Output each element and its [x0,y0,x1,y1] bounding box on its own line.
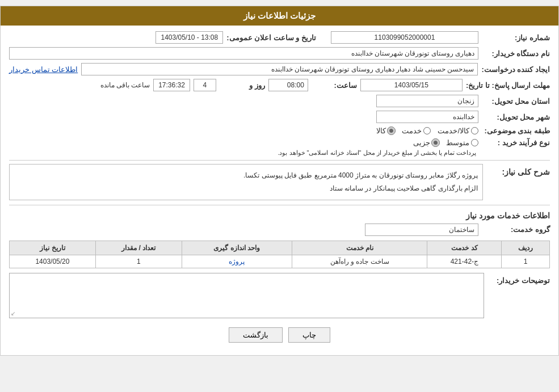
description-text: پروژه رگلاژ معابر روستای تونورقان به متر… [14,169,478,195]
announcement-datetime-value: 1403/05/10 - 13:08 [155,31,223,44]
page-title: جزئیات اطلاعات نیاز [1,6,558,26]
province-label: استان محل تحویل: [482,97,550,106]
province-value: زنجان [376,95,478,107]
deadline-time-label: ساعت: [312,81,357,90]
deadline-days: 4 [194,79,216,91]
process-option-motavaset[interactable]: متوسط [446,138,478,147]
buyer-desc-value[interactable]: ↙ [9,273,484,318]
buyer-org-value: دهیاری روستای تونورقان شهرستان خداابنده [9,47,478,60]
category-radio-kala-khedmat [471,127,478,134]
need-number-label: شماره نیاز: [482,33,550,42]
process-options: متوسط جزیی [278,138,478,147]
table-header-row: ردیف [502,241,550,255]
button-row: چاپ بازگشت [9,327,550,343]
category-option-kala-khedmat[interactable]: کالا/خدمت [438,127,478,135]
table-header-date: تاریخ نیاز [10,241,96,255]
table-header-name: نام خدمت [292,241,427,255]
deadline-label: مهلت ارسال پاسخ: تا تاریخ: [466,81,550,90]
category-label-kala: کالا [376,127,386,135]
cell-qty: 1 [95,255,182,268]
cell-row: 1 [502,255,550,268]
services-table: ردیف کد خدمت نام خدمت واحد اندازه گیری ت… [9,241,550,268]
creator-label: ایجاد کننده درخواست: [481,65,550,74]
remaining-label: ساعت باقی مانده [100,81,150,89]
cell-date: 1403/05/20 [10,255,96,268]
category-options: کالا/خدمت خدمت کالا [376,127,478,135]
category-option-kala[interactable]: کالا [376,127,395,135]
creator-value: سیدحسن حسینی شاد دهیار دهیاری روستای تون… [81,63,478,75]
cell-code: ج-42-421 [427,255,502,268]
category-option-khedmat[interactable]: خدمت [402,127,431,135]
table-header-code: کد خدمت [427,241,502,255]
announcement-datetime-label: تاریخ و ساعت اعلان عمومی: [226,33,316,42]
process-label-motavaset: متوسط [446,138,469,147]
cell-unit: پروژه [182,255,292,268]
deadline-time: 08:00 [268,79,308,91]
process-label: نوع فرآیند خرید : [482,138,550,147]
process-note: پرداخت تمام یا بخشی از مبلغ خریدار از مح… [278,149,476,157]
service-group-value: ساختمان [365,224,478,236]
print-button[interactable]: چاپ [288,327,330,343]
remaining-time: 17:36:32 [153,79,190,91]
table-header-unit: واحد اندازه گیری [182,241,292,255]
category-radio-kala [388,127,395,134]
category-label-kala-khedmat: کالا/خدمت [438,127,469,135]
description-label: شرح کلی نیاز: [487,164,550,176]
city-label: شهر محل تحویل: [482,113,550,121]
return-button[interactable]: بازگشت [229,327,283,343]
process-radio-jozii [432,139,439,146]
process-option-jozii[interactable]: جزیی [413,138,439,147]
need-number-value: 1103099052000001 [331,31,478,44]
cell-name: ساخت جاده و راه‌آهن [292,255,427,268]
table-row: 1 ج-42-421 ساخت جاده و راه‌آهن پروژه 1 1… [10,255,550,268]
buyer-org-label: نام دستگاه خریدار: [482,49,550,58]
category-label: طبقه بندی موضوعی: [482,127,550,135]
contact-link[interactable]: اطلاعات تماس خریدار [9,65,78,74]
resize-icon: ↙ [11,310,15,317]
category-label-khedmat: خدمت [402,127,422,135]
buyer-desc-label: توضیحات خریدار: [487,273,550,285]
services-section-label: اطلاعات خدمات مورد نیاز [9,211,550,220]
process-radio-motavaset [471,139,478,146]
category-radio-khedmat [423,127,431,134]
service-group-label: گروه خدمت: [482,225,550,234]
deadline-day-label: روز و [220,81,265,90]
table-header-qty: تعداد / مقدار [95,241,182,255]
process-label-jozii: جزیی [413,138,430,147]
deadline-date: 1403/05/15 [360,79,463,91]
city-value: خداابنده [376,111,478,123]
